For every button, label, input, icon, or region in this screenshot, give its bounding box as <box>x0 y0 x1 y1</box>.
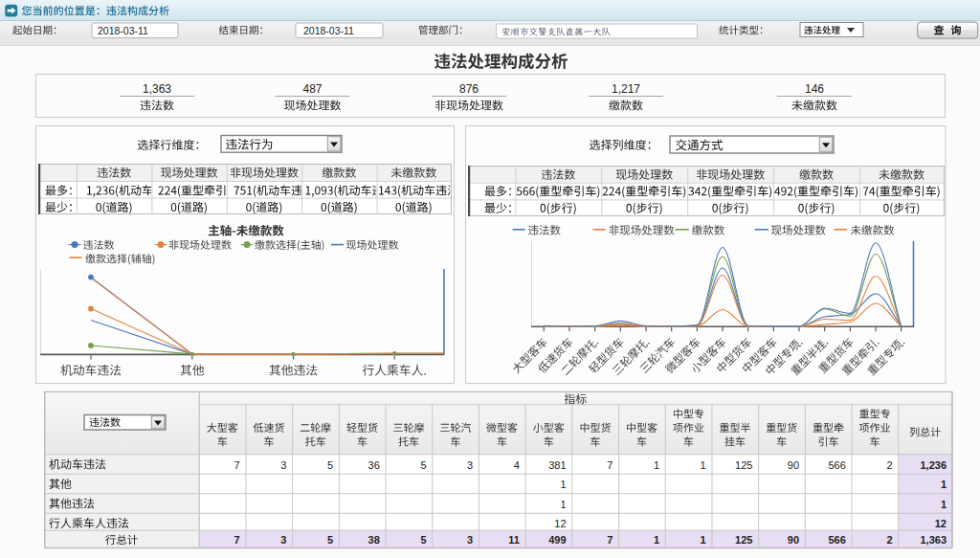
svg-text:1: 1 <box>560 499 566 510</box>
svg-text:7: 7 <box>234 459 240 471</box>
svg-text:125: 125 <box>735 459 752 471</box>
svg-text:38: 38 <box>368 534 380 546</box>
svg-text:11: 11 <box>508 534 520 546</box>
svg-text:1: 1 <box>654 459 659 471</box>
svg-text:2018-03-11: 2018-03-11 <box>303 25 354 36</box>
svg-text:1,363: 1,363 <box>920 534 947 546</box>
svg-text:1: 1 <box>654 534 659 546</box>
svg-text:146: 146 <box>805 82 824 96</box>
svg-text:7: 7 <box>234 534 240 546</box>
svg-text:1: 1 <box>701 534 706 546</box>
svg-text:566: 566 <box>828 534 845 546</box>
svg-text:2: 2 <box>886 459 892 471</box>
svg-text:125: 125 <box>735 534 752 546</box>
svg-text:5: 5 <box>420 459 426 471</box>
svg-text:487: 487 <box>302 82 322 96</box>
svg-text:1,217: 1,217 <box>612 82 640 96</box>
svg-text:3: 3 <box>467 534 473 546</box>
svg-text:12: 12 <box>554 518 566 529</box>
svg-text:499: 499 <box>548 534 566 546</box>
svg-text:876: 876 <box>459 82 479 96</box>
svg-text:4: 4 <box>514 459 520 471</box>
svg-text:1,236: 1,236 <box>920 459 947 471</box>
svg-text:5: 5 <box>420 534 426 546</box>
svg-text:7: 7 <box>607 534 612 546</box>
svg-text:2018-03-11: 2018-03-11 <box>98 25 148 36</box>
svg-text:3: 3 <box>280 534 286 546</box>
svg-text:90: 90 <box>788 534 799 546</box>
svg-text:2: 2 <box>886 534 892 546</box>
svg-text:1: 1 <box>701 459 706 471</box>
svg-text:5: 5 <box>327 534 333 546</box>
svg-text:90: 90 <box>788 459 799 471</box>
svg-text:1: 1 <box>941 479 947 490</box>
svg-text:566: 566 <box>828 459 845 471</box>
svg-text:3: 3 <box>467 459 473 471</box>
svg-text:36: 36 <box>368 459 380 471</box>
svg-text:7: 7 <box>607 459 612 471</box>
svg-text:3: 3 <box>280 459 286 471</box>
svg-text:1: 1 <box>560 479 566 490</box>
svg-text:12: 12 <box>935 518 947 529</box>
svg-text:1,363: 1,363 <box>143 82 171 96</box>
svg-text:381: 381 <box>548 459 566 471</box>
svg-text:5: 5 <box>327 459 333 471</box>
svg-text:1: 1 <box>941 499 947 510</box>
